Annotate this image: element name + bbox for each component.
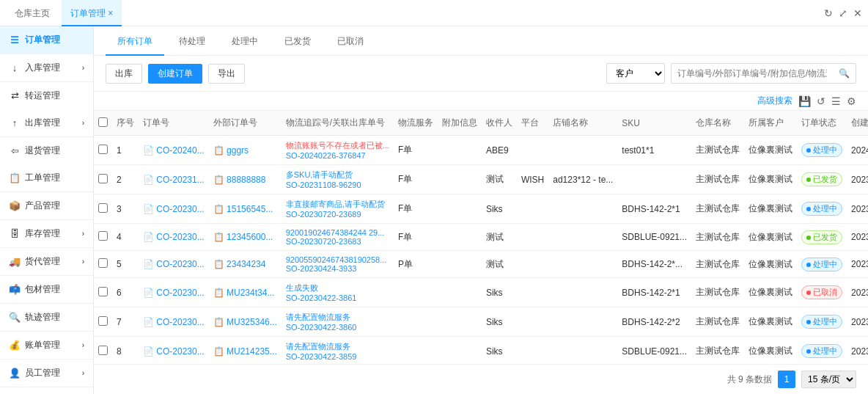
ext-order-link[interactable]: 📋 15156545... [213,204,273,214]
ext-order-link[interactable]: 📋 MU234t34... [213,288,275,298]
tracking-main[interactable]: 请先配置物流服务 [286,312,389,323]
expand-icon[interactable]: ⤢ [839,7,847,19]
ext-order-link[interactable]: 📋 MU214235... [213,346,277,357]
sidebar-item-billing[interactable]: 💰 账单管理 › [0,332,93,360]
order-no-link[interactable]: 📄 CO-20230... [143,232,205,242]
sidebar-item-returns[interactable]: ⇦ 退货管理 [0,137,93,164]
tracking-sub[interactable]: SO-20230424-3933 [286,264,389,273]
tab-pending[interactable]: 待处理 [167,26,217,56]
tracking-main[interactable]: 920019024674384244 29... [286,228,389,237]
tab-home[interactable]: 仓库主页 [6,0,59,26]
tab-processing[interactable]: 处理中 [220,26,270,56]
columns-icon[interactable]: ☰ [831,95,841,107]
cell-order-no: 📄 CO-20230... [139,194,209,224]
order-no-link[interactable]: 📄 CO-20230... [143,346,205,357]
row-checkbox[interactable] [98,231,108,241]
order-no-link[interactable]: 📄 CO-20230... [143,317,205,327]
tracking-main[interactable]: 生成失败 [286,282,389,293]
tab-all-orders[interactable]: 所有订单 [106,26,164,56]
row-checkbox[interactable] [98,287,108,296]
table-row: 7 📄 CO-20230... 📋 MU325346... 请先配置物流服务SO… [94,307,868,337]
cell-service [394,337,438,365]
select-all-checkbox[interactable] [98,117,108,127]
customer-select[interactable]: 客户 [606,63,665,84]
sidebar-item-packaging[interactable]: 📫 包材管理 [0,276,93,304]
tracking-sub[interactable]: SO-20230720-23689 [286,210,389,219]
sidebar-label-freight: 货代管理 [25,255,60,268]
tab-cancelled[interactable]: 已取消 [326,26,375,56]
outbound-button[interactable]: 出库 [106,64,142,84]
tracking-sub[interactable]: SO-20230422-3861 [286,293,389,302]
cell-ext-order: 📋 MU214235... [209,337,282,365]
total-count: 共 9 条数据 [727,373,772,386]
col-shop: 店铺名称 [548,111,617,136]
cell-receiver: 测试 [482,224,517,251]
sidebar-label-billing: 账单管理 [25,339,60,351]
cell-platform [517,278,548,307]
page-1-btn[interactable]: 1 [778,371,795,388]
chevron-down-icon-6: › [82,369,84,377]
table-settings-icon[interactable]: ⚙ [847,95,856,107]
packaging-icon: 📫 [9,284,21,295]
tracking-sub[interactable]: SO-20240226-376847 [286,151,389,160]
work-order-icon: 📋 [9,172,21,183]
reset-search-icon[interactable]: ↺ [817,95,825,107]
search-input[interactable] [672,64,833,83]
tracking-sub[interactable]: SO-20230720-23683 [286,237,389,246]
row-checkbox[interactable] [98,203,108,213]
cell-customer: 位像裏测试 [744,136,797,165]
tab-order-mgmt[interactable]: 订单管理 × [62,0,122,26]
orders-table-wrap: 序号 订单号 外部订单号 物流追踪号/关联出库单号 物流服务 附加信息 收件人 … [94,111,868,364]
tracking-sub[interactable]: SO-20230422-3860 [286,323,389,332]
tracking-sub[interactable]: SO-20230422-3859 [286,352,389,361]
order-no-link[interactable]: 📄 CO-20230... [143,204,205,214]
sidebar-item-product[interactable]: 📦 产品管理 [0,192,93,220]
row-checkbox[interactable] [98,316,108,326]
ext-order-link[interactable]: 📋 gggrs [213,145,249,156]
cell-ext-order: 📋 15156545... [209,194,282,224]
row-checkbox[interactable] [98,174,108,183]
sidebar-item-customer[interactable]: 👥 客户中心 [0,387,93,394]
page-size-select[interactable]: 15 条/页 [801,371,856,388]
tracking-main[interactable]: 多SKU,请手动配货 [286,169,389,180]
refresh-icon[interactable]: ↻ [824,7,833,19]
tab-shipped[interactable]: 已发货 [273,26,323,56]
col-warehouse: 仓库名称 [691,111,744,136]
row-checkbox-cell [94,194,112,224]
row-checkbox[interactable] [98,145,108,154]
sidebar-item-work-order[interactable]: 📋 工单管理 [0,164,93,192]
table-footer: 共 9 条数据 1 15 条/页 [94,364,868,394]
ext-order-link[interactable]: 📋 12345600... [213,232,273,242]
create-order-button[interactable]: 创建订单 [148,64,202,84]
ext-order-link[interactable]: 📋 88888888 [213,175,266,185]
order-no-link[interactable]: 📄 CO-20230... [143,259,205,269]
order-no-link[interactable]: 📄 CO-20231... [143,175,205,185]
row-checkbox[interactable] [98,258,108,268]
sidebar-item-logistics[interactable]: 🔍 轨迹管理 [0,304,93,332]
sidebar-item-inbound[interactable]: ↓ 入库管理 › [0,54,93,82]
tracking-sub[interactable]: SO-20231108-96290 [286,180,389,189]
order-no-link[interactable]: 📄 CO-20230... [143,288,205,298]
adv-search-label[interactable]: 高级搜索 [757,95,792,107]
order-no-link[interactable]: 📄 CO-20240... [143,145,205,156]
export-button[interactable]: 导出 [208,64,245,84]
sidebar-item-freight[interactable]: 🚚 货代管理 › [0,248,93,276]
search-icon[interactable]: 🔍 [833,68,856,79]
row-checkbox[interactable] [98,346,108,355]
sidebar-item-outbound[interactable]: ↑ 出库管理 › [0,109,93,137]
tracking-main[interactable]: 920055902467438190258... [286,255,389,264]
sidebar-item-order-mgmt[interactable]: ☰ 订单管理 [0,26,93,54]
ext-order-link[interactable]: 📋 MU325346... [213,317,277,327]
cell-order-no: 📄 CO-20230... [139,251,209,278]
cell-ext-order: 📋 MU234t34... [209,278,282,307]
tracking-main[interactable]: 非直接邮寄商品,请手动配货 [286,199,389,210]
sidebar-item-staff[interactable]: 👤 员工管理 › [0,360,93,387]
more-icon[interactable]: ✕ [853,7,862,19]
tracking-main[interactable]: 请先配置物流服务 [286,341,389,352]
ext-order-link[interactable]: 📋 23434234 [213,259,266,269]
save-search-icon[interactable]: 💾 [798,95,811,107]
status-badge: 处理中 [801,202,842,216]
sidebar-item-inventory[interactable]: 🗄 库存管理 › [0,220,93,248]
sidebar-item-transfer[interactable]: ⇄ 转运管理 [0,82,93,109]
transfer-icon: ⇄ [9,90,21,101]
